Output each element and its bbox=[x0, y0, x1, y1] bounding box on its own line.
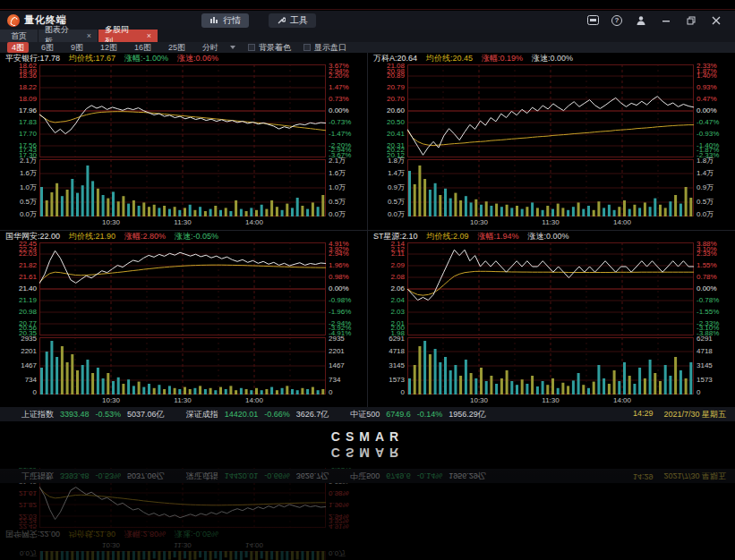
multi-stock-chart-grid: 平安银行:17.78均价线:17.67涨幅:-1.00%涨速:0.06%18.6… bbox=[0, 53, 735, 407]
price-axis-label: 18.09 bbox=[1, 96, 37, 103]
time-axis-label: 11:30 bbox=[174, 218, 191, 226]
volume-axis-label: 0 bbox=[697, 389, 700, 396]
index-turnover: 5037.06亿 bbox=[127, 409, 165, 420]
volume-plot[interactable] bbox=[407, 159, 694, 216]
time-axis-label: 10:30 bbox=[102, 218, 120, 226]
average-price-label: 均价线:21.90 bbox=[69, 528, 115, 539]
percent-axis-label: 2.20% bbox=[329, 72, 349, 80]
index-value: 14420.01 bbox=[225, 410, 259, 419]
price-axis-label: 20.79 bbox=[369, 84, 405, 91]
volume-axis-label: 6291 bbox=[369, 335, 405, 343]
chart-body: 22.4522.2422.0321.8221.6121.4021.1920.98… bbox=[0, 468, 735, 528]
chevron-down-icon[interactable] bbox=[230, 46, 235, 49]
volume-plot[interactable] bbox=[39, 337, 326, 395]
minimize-icon[interactable] bbox=[660, 14, 672, 27]
price-axis-label: 2.08 bbox=[369, 274, 405, 281]
maximize-restore-icon[interactable] bbox=[685, 14, 697, 27]
time-axis-label: 10:30 bbox=[102, 541, 120, 549]
tab-multi-stock[interactable]: 多股同列 × bbox=[98, 30, 158, 42]
price-axis-label: 21.40 bbox=[1, 478, 37, 485]
percent-axis-label: -0.47% bbox=[697, 119, 719, 126]
menu-tools-label: 工具 bbox=[290, 14, 308, 27]
index-shanghai[interactable]: 上证指数 3393.48 -0.53% 5037.06亿 bbox=[21, 409, 165, 420]
menu-market[interactable]: 行情 bbox=[201, 13, 249, 28]
chart-panel-3[interactable]: ST星源:2.10均价线:2.09涨幅:1.94%涨速:0.00%2.142.1… bbox=[368, 231, 735, 408]
checkbox-icon[interactable] bbox=[248, 44, 255, 51]
index-value: 3393.48 bbox=[60, 471, 90, 480]
tab-home[interactable]: 首页 bbox=[0, 30, 38, 42]
csmar-watermark: CSMAR bbox=[0, 429, 735, 444]
time-axis-label: 11:30 bbox=[542, 218, 559, 226]
close-icon[interactable] bbox=[710, 14, 722, 27]
volume-axis-label: 6291 bbox=[697, 335, 713, 343]
price-axis-label: 20.70 bbox=[369, 96, 405, 103]
window-controls: ? bbox=[586, 14, 735, 27]
change-speed-label: 涨速:0.06% bbox=[177, 53, 218, 64]
checkbox-icon[interactable] bbox=[303, 44, 311, 51]
checkbox-background-shading[interactable]: 背景着色 bbox=[248, 42, 291, 54]
price-plot[interactable] bbox=[407, 242, 694, 335]
chart-panel-0[interactable]: 平安银行:17.78均价线:17.67涨幅:-1.00%涨速:0.06%18.6… bbox=[0, 53, 367, 230]
tab-close-icon[interactable]: × bbox=[147, 32, 151, 40]
layout-12-button[interactable]: 12图 bbox=[96, 42, 122, 53]
volume-axis-label: 2.1万 bbox=[1, 157, 37, 165]
layout-4-button[interactable]: 4图 bbox=[7, 42, 29, 53]
index-csi500[interactable]: 中证500 6749.6 -0.14% 1956.29亿 bbox=[350, 409, 486, 420]
price-axis-label: 22.03 bbox=[1, 513, 37, 520]
price-axis-label: 21.40 bbox=[1, 285, 37, 293]
percent-axis-label: -0.78% bbox=[697, 297, 719, 304]
tab-close-icon[interactable]: × bbox=[87, 32, 91, 40]
time-axis-label: 14:00 bbox=[245, 218, 263, 226]
index-name: 上证指数 bbox=[21, 409, 54, 420]
percent-axis-label: 0.00% bbox=[329, 478, 349, 485]
price-axis-label: 2.11 bbox=[369, 250, 405, 258]
change-percent-label: 涨幅:0.19% bbox=[482, 53, 523, 64]
average-price-label: 均价线:17.67 bbox=[69, 53, 115, 64]
volume-plot[interactable] bbox=[407, 337, 694, 395]
app-logo-icon bbox=[7, 14, 20, 27]
percent-axis-label: 0.93% bbox=[697, 84, 717, 91]
checkbox-show-orderbook[interactable]: 显示盘口 bbox=[303, 42, 346, 54]
user-icon[interactable] bbox=[635, 14, 647, 27]
layout-25-button[interactable]: 25图 bbox=[164, 42, 190, 53]
chart-header: ST星源:2.10均价线:2.09涨幅:1.94%涨速:0.00% bbox=[368, 231, 735, 242]
price-plot[interactable] bbox=[407, 64, 694, 157]
menu-tools[interactable]: 工具 bbox=[269, 13, 316, 28]
index-shenzhen[interactable]: 深证成指 14420.01 -0.66% 3626.7亿 bbox=[186, 409, 329, 420]
price-plot[interactable] bbox=[39, 64, 326, 157]
chart-body: 18.6218.4918.3618.2218.0917.9617.8317.70… bbox=[0, 64, 367, 228]
volume-axis-label: 3145 bbox=[697, 362, 713, 369]
price-axis-label: 21.19 bbox=[1, 468, 37, 473]
change-percent-label: 涨幅:2.80% bbox=[124, 231, 166, 242]
volume-plot bbox=[39, 551, 326, 560]
index-turnover: 3626.7亿 bbox=[296, 409, 329, 420]
volume-axis-label: 0.0万 bbox=[1, 211, 37, 218]
price-axis-label: 20.98 bbox=[1, 309, 37, 316]
help-icon[interactable]: ? bbox=[611, 15, 622, 26]
index-name: 深证成指 bbox=[186, 409, 218, 420]
price-axis-label: 22.45 bbox=[1, 522, 37, 530]
volume-axis-label: 0 bbox=[369, 389, 405, 396]
screen-share-icon[interactable] bbox=[586, 14, 599, 27]
chart-panel-2[interactable]: 国华网安:22.00均价线:21.90涨幅:2.80%涨速:-0.05%22.4… bbox=[0, 231, 367, 408]
period-intraday-button[interactable]: 分时 bbox=[198, 42, 223, 53]
index-value: 3393.48 bbox=[60, 410, 90, 419]
volume-axis-label: 1.8万 bbox=[697, 157, 714, 165]
price-plot bbox=[39, 468, 326, 528]
price-plot[interactable] bbox=[39, 242, 326, 335]
volume-axis-label: 2935 bbox=[329, 335, 345, 343]
index-value: 14420.01 bbox=[225, 471, 259, 480]
volume-axis-label: 0.0万 bbox=[329, 549, 346, 556]
layout-6-button[interactable]: 6图 bbox=[37, 42, 58, 53]
layout-9-button[interactable]: 9图 bbox=[66, 42, 88, 53]
price-axis-label: 22.24 bbox=[1, 517, 37, 524]
change-percent-label: 涨幅:2.80% bbox=[124, 528, 166, 539]
volume-axis-label: 2201 bbox=[329, 348, 345, 355]
tab-chart-analysis[interactable]: 图表分析 × bbox=[38, 30, 98, 42]
time-label: 14:29 bbox=[633, 409, 654, 420]
volume-plot[interactable] bbox=[39, 159, 326, 216]
status-bar: 上证指数 3393.48 -0.53% 5037.06亿 深证成指 14420.… bbox=[0, 407, 735, 421]
layout-16-button[interactable]: 16图 bbox=[130, 42, 156, 53]
chart-panel-1[interactable]: 万科A:20.64均价线:20.45涨幅:0.19%涨速:0.00%21.082… bbox=[368, 53, 735, 230]
percent-axis-label: -0.93% bbox=[697, 131, 719, 138]
